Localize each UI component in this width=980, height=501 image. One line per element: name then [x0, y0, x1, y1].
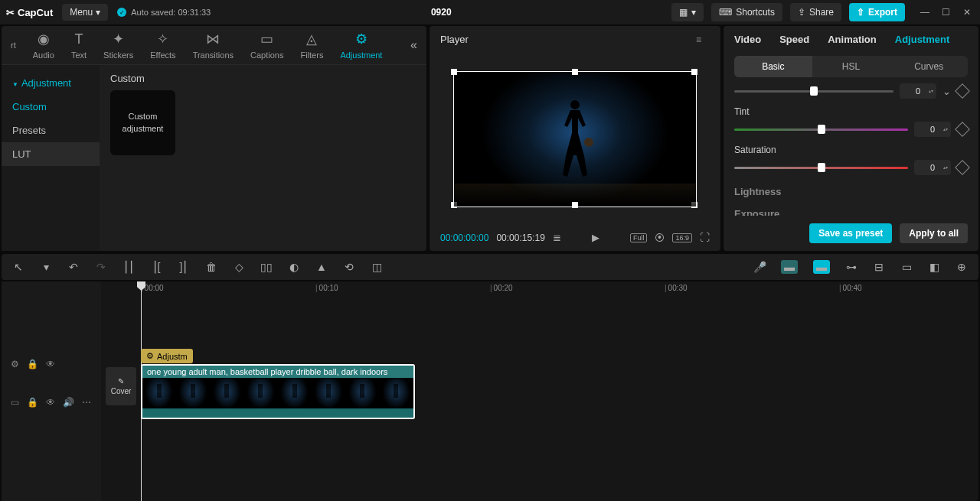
slider-saturation[interactable]: [734, 167, 908, 169]
focus-icon[interactable]: ⦿: [655, 232, 665, 243]
speed-icon[interactable]: ◐: [288, 261, 300, 273]
subtab-basic[interactable]: Basic: [734, 56, 812, 77]
tab-filters[interactable]: ◬Filters: [300, 31, 323, 60]
tab-rt[interactable]: rt: [11, 41, 16, 50]
subtab-curves[interactable]: Curves: [890, 56, 968, 77]
sidebar-item-custom[interactable]: Custom: [2, 95, 100, 119]
keyframe-icon[interactable]: [955, 122, 970, 137]
tab-stickers[interactable]: ✦Stickers: [103, 31, 133, 60]
eye-icon[interactable]: 👁: [46, 359, 55, 369]
tab-adjustment[interactable]: ⚙Adjustment: [340, 31, 382, 60]
share-button[interactable]: ⇪Share: [790, 3, 841, 21]
tab-transitions[interactable]: ⋈Transitions: [193, 31, 234, 60]
stepper-icon[interactable]: ▴▾: [942, 160, 949, 175]
menu-button[interactable]: Menu ▾: [62, 4, 108, 21]
split-icon[interactable]: ⎮⎮: [122, 261, 135, 273]
sidebar-item-adjustment[interactable]: ▼Adjustment: [2, 71, 100, 95]
custom-adjustment-thumb[interactable]: Custom adjustment: [110, 90, 175, 155]
autosave-text: Auto saved: 09:31:33: [131, 8, 211, 17]
stepper-icon[interactable]: ▴▾: [927, 83, 935, 99]
fullscreen-icon[interactable]: ⛶: [700, 232, 710, 243]
num-top[interactable]: 0▴▾: [900, 83, 936, 99]
layout-button[interactable]: ▦▾: [671, 3, 704, 21]
slider-thumb[interactable]: [818, 125, 825, 134]
zoom-add-icon[interactable]: ⊕: [956, 261, 968, 273]
apply-all-button[interactable]: Apply to all: [900, 223, 968, 243]
timeline-body[interactable]: 00:00 00:10 00:20 00:30 00:40 ⚙ Adjustm …: [101, 281, 978, 501]
num-tint[interactable]: 0▴▾: [914, 122, 951, 137]
play-icon[interactable]: ▶: [592, 232, 599, 243]
subtab-hsl[interactable]: HSL: [812, 56, 890, 77]
speaker-icon[interactable]: 🔊: [63, 397, 74, 408]
slider-thumb[interactable]: [810, 86, 818, 96]
tab-video[interactable]: Video: [734, 34, 761, 45]
rotate-icon[interactable]: ⟲: [343, 261, 355, 273]
tab-text[interactable]: TText: [71, 31, 87, 60]
lock-icon[interactable]: 🔒: [27, 359, 38, 369]
collapse-icon[interactable]: «: [410, 38, 417, 52]
slider-tint[interactable]: [734, 129, 908, 131]
close-icon[interactable]: ✕: [963, 7, 974, 18]
time-ruler[interactable]: 00:00 00:10 00:20 00:30 00:40: [101, 281, 978, 298]
keyframe-icon[interactable]: [955, 83, 970, 99]
timeline: ⚙ 🔒 👁 ▭ 🔒 👁 🔊 ⋯ 00:00 00:10 00:20 00:30 …: [2, 281, 978, 501]
cover-button[interactable]: ✎ Cover: [106, 367, 136, 405]
delete-icon[interactable]: 🗑: [205, 261, 217, 273]
full-button[interactable]: Full: [630, 233, 648, 242]
num-saturation[interactable]: 0▴▾: [914, 160, 951, 175]
list-icon[interactable]: ≣: [553, 232, 561, 243]
slider-top[interactable]: [734, 90, 893, 93]
adjustment-clip[interactable]: ⚙ Adjustm: [141, 349, 193, 363]
preview-icon[interactable]: ▭: [900, 261, 913, 273]
chevron-down-icon[interactable]: ▾: [40, 261, 52, 273]
marker-icon[interactable]: ◧: [928, 261, 940, 273]
split-left-icon[interactable]: ⎮[: [150, 261, 162, 273]
chevron-down-icon: ▾: [691, 7, 696, 18]
ruler-mark: 00:10: [315, 284, 338, 292]
tab-audio[interactable]: ◉Audio: [33, 31, 54, 60]
mic-icon[interactable]: 🎤: [753, 261, 766, 273]
link-track-icon[interactable]: ▬: [813, 260, 830, 274]
align-icon[interactable]: ⊟: [873, 261, 885, 273]
eye-icon[interactable]: 👁: [46, 397, 55, 408]
tab-adjustment-right[interactable]: Adjustment: [895, 34, 950, 45]
stepper-icon[interactable]: ▴▾: [942, 122, 949, 137]
player-menu-icon[interactable]: ≡: [696, 34, 710, 45]
shortcuts-label: Shortcuts: [736, 7, 775, 18]
video-frame[interactable]: [453, 71, 697, 207]
video-track-icon[interactable]: ▭: [11, 397, 19, 408]
more-icon[interactable]: ⋯: [82, 397, 91, 408]
tab-captions[interactable]: ▭Captions: [250, 31, 283, 60]
export-button[interactable]: ⇧Export: [849, 3, 905, 21]
link-icon[interactable]: ⊶: [845, 261, 858, 273]
sidebar-item-presets[interactable]: Presets: [2, 119, 100, 142]
tab-effects[interactable]: ✧Effects: [150, 31, 175, 60]
tab-animation[interactable]: Animation: [828, 34, 877, 45]
slider-thumb[interactable]: [818, 163, 825, 172]
ratio-button[interactable]: 16:9: [672, 233, 692, 242]
crop-icon[interactable]: ◫: [371, 261, 383, 273]
clip-thumb: [211, 378, 244, 408]
clip-thumb: [176, 378, 210, 408]
shield-icon[interactable]: ◇: [233, 261, 245, 273]
sliders-icon[interactable]: ⚙: [11, 359, 19, 369]
player-viewport[interactable]: [430, 53, 720, 226]
maximize-icon[interactable]: ☐: [942, 7, 952, 18]
freeze-icon[interactable]: ▯▯: [260, 261, 273, 273]
undo-icon[interactable]: ↶: [67, 261, 80, 273]
magnet-icon[interactable]: ▬: [781, 260, 798, 274]
lock-icon[interactable]: 🔒: [27, 397, 38, 408]
shortcuts-button[interactable]: ⌨Shortcuts: [711, 3, 782, 21]
save-preset-button[interactable]: Save as preset: [809, 223, 892, 243]
cursor-icon[interactable]: ↖: [12, 261, 24, 273]
minimize-icon[interactable]: —: [920, 7, 931, 18]
split-right-icon[interactable]: ]⎮: [178, 261, 190, 273]
redo-icon[interactable]: ↷: [95, 261, 107, 273]
sidebar-item-lut[interactable]: LUT: [2, 142, 100, 166]
mirror-icon[interactable]: ▲: [315, 261, 328, 273]
tab-speed[interactable]: Speed: [779, 34, 809, 45]
video-clip[interactable]: one young adult man, basketball player d…: [141, 364, 415, 419]
keyframe-icon[interactable]: [955, 160, 970, 175]
chevron-down-icon[interactable]: ⌄: [942, 86, 951, 97]
titlebar-right: ▦▾ ⌨Shortcuts ⇪Share ⇧Export — ☐ ✕: [671, 3, 974, 21]
